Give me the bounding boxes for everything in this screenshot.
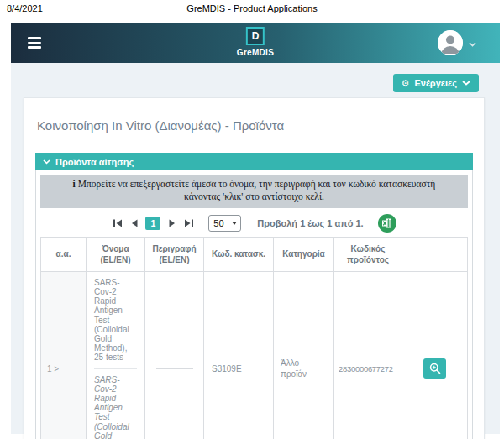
magnifier-icon [429,363,441,374]
excel-icon [378,214,396,233]
info-message: iΜπορείτε να επεξεργαστείτε άμεσα το όνο… [40,175,468,208]
actions-button[interactable]: ⚙ Ενέργειες [393,74,479,92]
cell-category: Άλλο προϊόν [274,271,334,439]
name-divider [94,368,137,369]
actions-row: ⚙ Ενέργειες [11,63,500,97]
col-header-actions [402,237,468,271]
cogs-icon: ⚙ [402,79,410,88]
cell-actions [402,271,468,439]
actions-button-label: Ενέργειες [414,78,457,88]
col-header-name: Όνομα (EL/EN) [87,237,145,271]
page-size-select[interactable]: 50 [208,215,241,232]
top-navbar: D GreMDIS [11,23,500,63]
col-header-category: Κατηγορία [274,237,334,271]
panel-title: Προϊόντα αίτησης [55,157,134,167]
cell-manufacturer-code[interactable]: S3109E [204,271,274,439]
col-header-manufacturer-code: Κωδ. κατασκ. [204,237,274,271]
products-table: α.α. Όνομα (EL/EN) Περιγραφή (EL/EN) Κωδ… [40,237,468,439]
menu-icon[interactable] [28,37,41,49]
product-name-el: SARS-Cov-2 Rapid Antigen Test (Colloidal… [94,278,137,363]
product-name-en: SARS-Cov-2 Rapid Antigen Test (Colloidal… [94,375,137,439]
logo-d-icon: D [246,27,265,45]
next-page-icon[interactable] [166,218,177,228]
first-page-icon[interactable] [112,218,123,228]
page-size-value: 50 [213,218,223,228]
info-text: Μπορείτε να επεξεργαστείτε άμεσα το όνομ… [78,179,436,201]
pagination-summary: Προβολή 1 έως 1 από 1. [257,218,363,228]
cell-product-code: 2830000677272 [334,271,402,439]
empty-description-line [156,368,193,369]
brand-name: GreMDIS [237,48,274,57]
table-row: 1 > SARS-Cov-2 Rapid Antigen Test (Collo… [41,271,468,439]
content-card: Κοινοποίηση In Vitro (Διανομέας) - Προϊό… [24,97,485,439]
page-title: Κοινοποίηση In Vitro (Διανομέας) - Προϊό… [37,118,473,133]
panel-header-products[interactable]: Προϊόντα αίτησης [35,153,473,170]
cell-product-name[interactable]: SARS-Cov-2 Rapid Antigen Test (Colloidal… [87,271,145,439]
view-details-button[interactable] [423,358,446,379]
table-header-row: α.α. Όνομα (EL/EN) Περιγραφή (EL/EN) Κωδ… [41,237,468,271]
pagination-bar: 1 50 Προβολή 1 έως 1 από 1. [40,214,468,233]
chevron-down-icon [469,35,476,50]
current-page-button[interactable]: 1 [145,217,160,230]
col-header-product-code: Κωδικός προϊόντος [334,237,402,271]
chevron-down-icon [462,81,470,86]
info-icon: i [73,179,76,189]
brand-logo[interactable]: D GreMDIS [237,27,274,57]
last-page-icon[interactable] [183,218,194,228]
col-header-description: Περιγραφή (EL/EN) [145,237,204,271]
avatar [438,30,463,55]
panel-body: iΜπορείτε να επεξεργαστείτε άμεσα το όνο… [35,170,473,439]
cell-row-index[interactable]: 1 > [41,271,87,439]
cell-description[interactable] [145,271,204,439]
prev-page-icon[interactable] [129,218,139,228]
user-menu[interactable] [438,30,476,55]
select-caret-icon [232,222,237,225]
export-excel-button[interactable] [378,214,396,233]
col-header-index: α.α. [41,237,87,271]
chevron-down-icon [43,159,50,165]
print-page-title: GreMDIS - Product Applications [0,3,504,13]
app-page: D GreMDIS ⚙ Ενέργειες Κοινοποίηση In V [11,23,500,434]
